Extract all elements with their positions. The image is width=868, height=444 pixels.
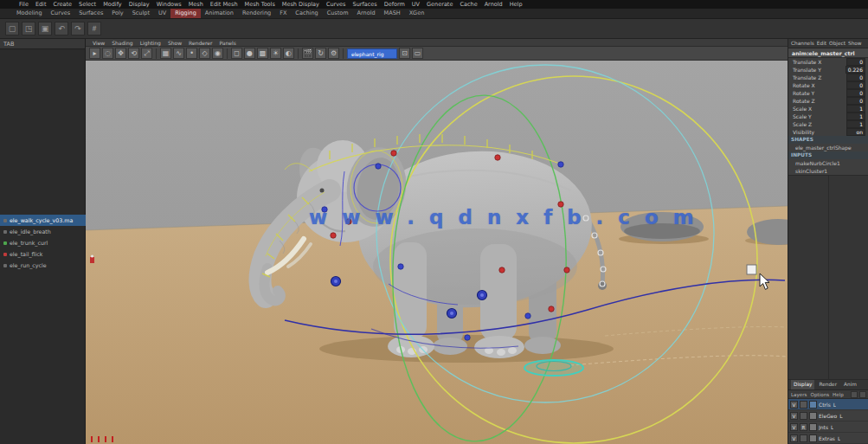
attr-value-field[interactable]: 0.226 (845, 66, 865, 74)
menu-mesh-display[interactable]: Mesh Display (279, 0, 323, 9)
shape-node-row[interactable]: ele_master_ctrlShape (788, 144, 868, 151)
panel-menu-view[interactable]: View (89, 39, 108, 47)
shelf-tab-poly[interactable]: Poly (107, 9, 127, 18)
input-node-row[interactable]: makeNurbCircle1 (788, 159, 868, 167)
xray-icon[interactable]: ◐ (283, 48, 294, 59)
attr-value-field[interactable]: on (846, 128, 865, 136)
menu-file[interactable]: File (16, 0, 32, 9)
reference-toggle[interactable] (800, 401, 807, 409)
menu-uv[interactable]: UV (408, 0, 423, 9)
help-menu[interactable]: Help (833, 392, 844, 397)
menu-curves[interactable]: Curves (323, 0, 350, 9)
new-layer-icon[interactable] (851, 391, 858, 398)
tab-object[interactable]: Object (829, 39, 845, 48)
lights-icon[interactable]: ☀ (270, 48, 281, 59)
list-item[interactable]: ele_tail_flick (0, 248, 86, 260)
ipr-render-icon[interactable]: ↻ (315, 48, 326, 59)
layer-color-swatch[interactable] (809, 412, 817, 420)
table-row[interactable]: V Extras_L (788, 433, 868, 444)
shelf-tab-sculpt[interactable]: Sculpt (128, 9, 154, 18)
select-tool-icon[interactable]: ▸ (89, 48, 100, 59)
list-item[interactable]: ele_trunk_curl (0, 237, 86, 248)
menu-modify[interactable]: Modify (100, 0, 125, 9)
menu-deform[interactable]: Deform (381, 0, 408, 9)
tab-render-layers[interactable]: Render (816, 380, 839, 389)
textured-icon[interactable]: ▩ (257, 48, 268, 59)
list-item[interactable]: ele_idle_breath (0, 226, 86, 237)
menu-cache[interactable]: Cache (456, 0, 480, 9)
table-row[interactable]: V Ctrls_L (788, 399, 868, 410)
layer-color-swatch[interactable] (809, 434, 817, 442)
table-row[interactable]: V EleGeo_L (788, 410, 868, 421)
menu-windows[interactable]: Windows (153, 0, 185, 9)
attr-value-field[interactable]: 1 (846, 120, 865, 128)
input-node-row[interactable]: skinCluster1 (788, 167, 868, 175)
panel-menu-renderer[interactable]: Renderer (185, 39, 215, 47)
redo-icon[interactable]: ↷ (71, 22, 85, 35)
character-set-field[interactable]: elephant_rig (347, 48, 397, 59)
tab-show[interactable]: Show (848, 39, 862, 48)
undo-icon[interactable]: ↶ (55, 22, 68, 35)
attr-value-field[interactable]: 0 (846, 97, 865, 105)
menu-mesh[interactable]: Mesh (185, 0, 207, 9)
layer-color-swatch[interactable] (809, 423, 817, 431)
tab-display-layers[interactable]: Display (791, 380, 814, 389)
panel-menu-lighting[interactable]: Lighting (137, 39, 164, 47)
left-panel-header[interactable]: TAB (0, 39, 85, 49)
layer-color-swatch[interactable] (809, 401, 817, 409)
shelf-tab-arnold[interactable]: Arnold (353, 9, 380, 18)
visibility-toggle[interactable]: V (790, 401, 798, 409)
attr-value-field[interactable]: 0 (846, 81, 865, 89)
shelf-tab-custom[interactable]: Custom (323, 9, 353, 18)
rotate-tool-icon[interactable]: ⟲ (128, 48, 139, 59)
menu-display[interactable]: Display (125, 0, 153, 9)
camera-icon[interactable]: ▭ (412, 48, 423, 59)
snap-point-icon[interactable]: • (186, 48, 197, 59)
panel-menu-shading[interactable]: Shading (108, 39, 136, 47)
reference-toggle[interactable] (800, 434, 807, 442)
shelf-tab-caching[interactable]: Caching (291, 9, 322, 18)
attr-value-field[interactable]: 1 (846, 105, 865, 113)
attr-value-field[interactable]: 1 (846, 113, 865, 120)
list-item[interactable]: ele_walk_cycle_v03.ma (0, 215, 86, 226)
attr-value-field[interactable]: 0 (846, 89, 865, 97)
options-menu[interactable]: Options (811, 392, 830, 397)
shelf-tab-modeling[interactable]: Modeling (12, 9, 47, 18)
menu-generate[interactable]: Generate (423, 0, 456, 9)
shelf-tab-uv[interactable]: UV (154, 9, 170, 18)
list-item[interactable]: ele_run_cycle (0, 260, 86, 271)
shelf-tab-surfaces[interactable]: Surfaces (74, 9, 107, 18)
shaded-icon[interactable]: ● (244, 48, 255, 59)
shelf-tab-curves[interactable]: Curves (47, 9, 75, 18)
move-tool-icon[interactable]: ✥ (115, 48, 126, 59)
attr-value-field[interactable]: 0 (846, 58, 865, 66)
render-settings-icon[interactable]: ⚙ (328, 48, 339, 59)
wireframe-icon[interactable]: ◻ (231, 48, 242, 59)
table-row[interactable]: V R Jnts_L (788, 421, 868, 433)
tab-edit[interactable]: Edit (817, 39, 826, 48)
menu-arnold[interactable]: Arnold (481, 0, 506, 9)
menu-surfaces[interactable]: Surfaces (350, 0, 381, 9)
reference-toggle[interactable] (800, 412, 807, 420)
shelf-tab-xgen[interactable]: XGen (405, 9, 429, 18)
menu-mesh-tools[interactable]: Mesh Tools (241, 0, 279, 9)
visibility-toggle[interactable]: V (790, 423, 798, 431)
scale-tool-icon[interactable]: ⤢ (141, 48, 152, 59)
new-layer-selected-icon[interactable] (859, 391, 866, 398)
viewport-canvas[interactable]: www.qdnxfb.com (86, 61, 788, 444)
menu-help[interactable]: Help (506, 0, 526, 9)
shelf-tab-rendering[interactable]: Rendering (238, 9, 275, 18)
tab-anim-layers[interactable]: Anim (841, 380, 859, 389)
attr-value-field[interactable]: 0 (846, 74, 865, 81)
shelf-tab-rigging[interactable]: Rigging (170, 9, 201, 18)
shelf-tab-mash[interactable]: MASH (380, 9, 405, 18)
menu-edit-mesh[interactable]: Edit Mesh (207, 0, 241, 9)
isolate-select-icon[interactable]: ⊡ (399, 48, 410, 59)
visibility-toggle[interactable]: V (790, 412, 798, 420)
render-icon[interactable]: 🎬 (302, 48, 313, 59)
snap-plane-icon[interactable]: ◇ (199, 48, 210, 59)
shelf-tab-animation[interactable]: Animation (201, 9, 238, 18)
lasso-tool-icon[interactable]: ◌ (102, 48, 113, 59)
shelf-tab-fx[interactable]: FX (275, 9, 291, 18)
snap-curve-icon[interactable]: ∿ (173, 48, 184, 59)
